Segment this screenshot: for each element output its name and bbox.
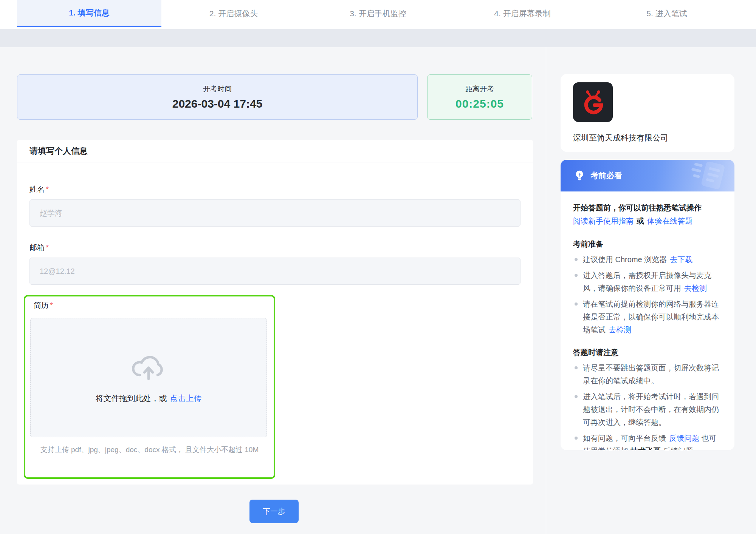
list-item: 请尽量不要跳出答题页面，切屏次数将记录在你的笔试成绩中。 bbox=[573, 361, 724, 387]
countdown-value: 00:25:05 bbox=[455, 97, 504, 110]
document-deco-icon bbox=[682, 162, 728, 190]
name-label: 姓名* bbox=[29, 184, 49, 194]
step-tab-phone-monitor[interactable]: 3. 开启手机监控 bbox=[306, 0, 450, 27]
required-mark: * bbox=[46, 185, 49, 193]
countdown-label: 距离开考 bbox=[465, 84, 494, 94]
tips-content: 开始答题前，你可以前往熟悉笔试操作 阅读新手使用指南或体验在线答题 考前准备 建… bbox=[561, 191, 734, 450]
upload-format-hint: 支持上传 pdf、jpg、jpeg、doc、docx 格式， 且文件大小不超过 … bbox=[37, 444, 262, 455]
lightbulb-icon bbox=[573, 169, 586, 182]
tips-banner: 考前必看 bbox=[561, 160, 734, 191]
exam-start-time-label: 开考时间 bbox=[203, 84, 232, 94]
demo-link[interactable]: 体验在线答题 bbox=[647, 217, 692, 225]
step-tab-screen-record[interactable]: 4. 开启屏幕录制 bbox=[450, 0, 595, 27]
list-item: 如有问题，可向平台反馈反馈问题 也可使用微信添加技术飞哥反馈问题 bbox=[573, 432, 724, 450]
bug-logo-icon bbox=[579, 88, 607, 116]
required-mark: * bbox=[46, 243, 49, 252]
resume-section-highlight: 简历* 将文件拖到此处，或点击上传 支持上传 pdf、jpg、jpeg、doc、… bbox=[24, 295, 275, 479]
step-tab-fill-info[interactable]: 1. 填写信息 bbox=[17, 0, 161, 27]
required-mark: * bbox=[50, 301, 53, 309]
email-label: 邮箱* bbox=[29, 242, 49, 253]
network-check-link[interactable]: 去检测 bbox=[609, 326, 631, 334]
tips-intro-links: 阅读新手使用指南或体验在线答题 bbox=[573, 214, 724, 228]
exam-start-time-card: 开考时间 2026-03-04 17:45 bbox=[17, 74, 418, 120]
email-input[interactable] bbox=[29, 258, 521, 285]
countdown-card: 距离开考 00:25:05 bbox=[427, 74, 532, 120]
prep-section-title: 考前准备 bbox=[573, 239, 724, 249]
header-band bbox=[0, 29, 756, 47]
resume-label: 简历* bbox=[34, 300, 53, 310]
tips-intro: 开始答题前，你可以前往熟悉笔试操作 bbox=[573, 201, 724, 214]
company-card: 深圳至简天成科技有限公司 bbox=[561, 74, 734, 152]
exam-start-time-value: 2026-03-04 17:45 bbox=[172, 97, 263, 110]
upload-link[interactable]: 点击上传 bbox=[170, 394, 202, 403]
personal-info-form: 请填写个人信息 姓名* 邮箱* 简历* 将文件拖到此处，或点击上传 支持上传 p bbox=[17, 140, 533, 485]
guide-link[interactable]: 阅读新手使用指南 bbox=[573, 217, 634, 225]
feedback-link[interactable]: 反馈问题 bbox=[669, 434, 699, 442]
name-input[interactable] bbox=[29, 199, 521, 227]
device-check-link[interactable]: 去检测 bbox=[684, 284, 707, 292]
step-tab-camera[interactable]: 2. 开启摄像头 bbox=[161, 0, 306, 27]
wechat-contact-name: 技术飞哥 bbox=[631, 447, 661, 450]
download-link[interactable]: 去下载 bbox=[670, 255, 692, 264]
note-section-title: 答题时请注意 bbox=[573, 347, 724, 358]
drop-hint: 将文件拖到此处，或点击上传 bbox=[31, 393, 266, 404]
step-wizard: 1. 填写信息 2. 开启摄像头 3. 开启手机监控 4. 开启屏幕录制 5. … bbox=[0, 0, 756, 29]
or-text: 或 bbox=[637, 217, 644, 225]
tips-banner-title: 考前必看 bbox=[590, 170, 622, 181]
note-list: 请尽量不要跳出答题页面，切屏次数将记录在你的笔试成绩中。 进入笔试后，将开始考试… bbox=[573, 361, 724, 450]
resume-dropzone[interactable]: 将文件拖到此处，或点击上传 bbox=[30, 318, 267, 437]
footer-divider bbox=[0, 525, 756, 525]
company-logo bbox=[573, 82, 613, 122]
list-item: 请在笔试前提前检测你的网络与服务器连接是否正常，以确保你可以顺利地完成本场笔试去… bbox=[573, 298, 724, 336]
cloud-upload-icon bbox=[130, 351, 167, 381]
step-tab-enter-exam[interactable]: 5. 进入笔试 bbox=[595, 0, 739, 27]
exam-checkin-page: 1. 填写信息 2. 开启摄像头 3. 开启手机监控 4. 开启屏幕录制 5. … bbox=[0, 0, 756, 534]
list-item: 进入笔试后，将开始考试计时，若遇到问题被退出，计时不会中断，在有效期内仍可再次进… bbox=[573, 390, 724, 429]
company-name: 深圳至简天成科技有限公司 bbox=[573, 133, 668, 143]
list-item: 进入答题后，需授权开启摄像头与麦克风，请确保你的设备正常可用去检测 bbox=[573, 269, 724, 295]
prep-list: 建议使用 Chrome 浏览器去下载 进入答题后，需授权开启摄像头与麦克风，请确… bbox=[573, 253, 724, 336]
content-divider bbox=[546, 47, 546, 534]
pre-exam-tips-card: 考前必看 开始答题前，你可以前往熟悉笔试操作 阅读新手使用指南或体验在线答题 考… bbox=[561, 160, 734, 450]
next-step-button[interactable]: 下一步 bbox=[249, 500, 299, 523]
list-item: 建议使用 Chrome 浏览器去下载 bbox=[573, 253, 724, 266]
form-title: 请填写个人信息 bbox=[17, 140, 533, 162]
